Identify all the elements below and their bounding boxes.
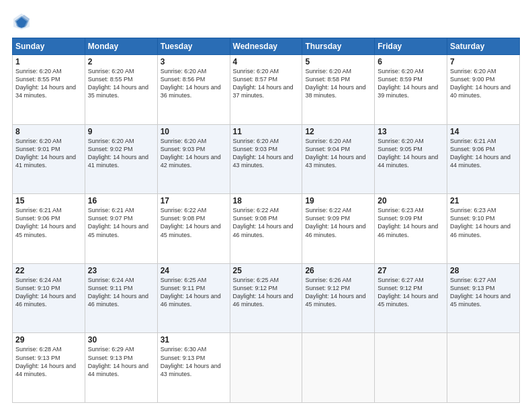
day-header-friday: Friday <box>375 38 447 55</box>
day-number: 20 <box>378 196 444 205</box>
day-info: Sunrise: 6:23 AM Sunset: 9:09 PM Dayligh… <box>378 206 444 239</box>
day-header-tuesday: Tuesday <box>157 38 230 55</box>
day-info: Sunrise: 6:27 AM Sunset: 9:13 PM Dayligh… <box>450 276 517 309</box>
calendar-week-1: 1 Sunrise: 6:20 AM Sunset: 8:55 PM Dayli… <box>13 55 520 125</box>
calendar-cell <box>447 333 520 403</box>
day-info: Sunrise: 6:22 AM Sunset: 9:08 PM Dayligh… <box>233 206 300 239</box>
calendar-cell: 31 Sunrise: 6:30 AM Sunset: 9:13 PM Dayl… <box>157 333 230 403</box>
day-info: Sunrise: 6:20 AM Sunset: 8:58 PM Dayligh… <box>305 67 371 100</box>
day-info: Sunrise: 6:30 AM Sunset: 9:13 PM Dayligh… <box>161 345 227 378</box>
day-number: 13 <box>378 127 444 136</box>
day-number: 7 <box>450 57 517 66</box>
day-number: 26 <box>305 266 371 275</box>
day-number: 29 <box>15 335 82 345</box>
day-number: 24 <box>161 266 227 275</box>
day-number: 16 <box>88 196 154 205</box>
day-number: 28 <box>450 266 517 275</box>
calendar-cell: 5 Sunrise: 6:20 AM Sunset: 8:58 PM Dayli… <box>302 55 375 125</box>
calendar-cell: 2 Sunrise: 6:20 AM Sunset: 8:55 PM Dayli… <box>85 55 157 125</box>
day-number: 12 <box>305 127 371 136</box>
calendar-cell: 18 Sunrise: 6:22 AM Sunset: 9:08 PM Dayl… <box>230 194 302 264</box>
day-number: 19 <box>305 196 371 205</box>
day-header-sunday: Sunday <box>13 38 85 55</box>
day-info: Sunrise: 6:20 AM Sunset: 9:03 PM Dayligh… <box>233 137 300 170</box>
calendar-cell: 29 Sunrise: 6:28 AM Sunset: 9:13 PM Dayl… <box>13 333 85 403</box>
calendar-cell: 20 Sunrise: 6:23 AM Sunset: 9:09 PM Dayl… <box>375 194 447 264</box>
calendar-cell: 17 Sunrise: 6:22 AM Sunset: 9:08 PM Dayl… <box>157 194 230 264</box>
day-info: Sunrise: 6:20 AM Sunset: 9:04 PM Dayligh… <box>305 137 371 170</box>
day-header-monday: Monday <box>85 38 157 55</box>
day-info: Sunrise: 6:20 AM Sunset: 8:55 PM Dayligh… <box>88 67 154 100</box>
day-info: Sunrise: 6:24 AM Sunset: 9:10 PM Dayligh… <box>15 276 82 309</box>
day-info: Sunrise: 6:20 AM Sunset: 8:56 PM Dayligh… <box>161 67 227 100</box>
calendar-week-5: 29 Sunrise: 6:28 AM Sunset: 9:13 PM Dayl… <box>13 333 520 403</box>
day-info: Sunrise: 6:20 AM Sunset: 8:55 PM Dayligh… <box>15 67 82 100</box>
calendar-cell: 12 Sunrise: 6:20 AM Sunset: 9:04 PM Dayl… <box>302 124 375 194</box>
calendar-cell: 13 Sunrise: 6:20 AM Sunset: 9:05 PM Dayl… <box>375 124 447 194</box>
day-header-thursday: Thursday <box>302 38 375 55</box>
day-info: Sunrise: 6:21 AM Sunset: 9:06 PM Dayligh… <box>15 206 82 239</box>
logo-icon <box>12 12 31 31</box>
day-number: 22 <box>15 266 82 275</box>
day-info: Sunrise: 6:20 AM Sunset: 9:01 PM Dayligh… <box>15 137 82 170</box>
calendar-cell: 28 Sunrise: 6:27 AM Sunset: 9:13 PM Dayl… <box>447 263 520 333</box>
calendar-cell: 24 Sunrise: 6:25 AM Sunset: 9:11 PM Dayl… <box>157 263 230 333</box>
day-info: Sunrise: 6:20 AM Sunset: 8:57 PM Dayligh… <box>233 67 300 100</box>
calendar-cell: 15 Sunrise: 6:21 AM Sunset: 9:06 PM Dayl… <box>13 194 85 264</box>
day-info: Sunrise: 6:20 AM Sunset: 9:05 PM Dayligh… <box>378 137 444 170</box>
day-number: 5 <box>305 57 371 66</box>
day-number: 11 <box>233 127 300 136</box>
calendar-cell: 27 Sunrise: 6:27 AM Sunset: 9:12 PM Dayl… <box>375 263 447 333</box>
calendar-cell <box>375 333 447 403</box>
day-number: 9 <box>88 127 154 136</box>
day-header-wednesday: Wednesday <box>230 38 302 55</box>
calendar-week-2: 8 Sunrise: 6:20 AM Sunset: 9:01 PM Dayli… <box>13 124 520 194</box>
logo <box>12 12 34 31</box>
day-info: Sunrise: 6:21 AM Sunset: 9:07 PM Dayligh… <box>88 206 154 239</box>
calendar-cell <box>302 333 375 403</box>
day-number: 14 <box>450 127 517 136</box>
day-number: 23 <box>88 266 154 275</box>
page: SundayMondayTuesdayWednesdayThursdayFrid… <box>0 0 532 411</box>
day-number: 8 <box>15 127 82 136</box>
day-info: Sunrise: 6:23 AM Sunset: 9:10 PM Dayligh… <box>450 206 517 239</box>
day-info: Sunrise: 6:20 AM Sunset: 9:02 PM Dayligh… <box>88 137 154 170</box>
day-number: 30 <box>88 335 154 345</box>
day-number: 25 <box>233 266 300 275</box>
day-info: Sunrise: 6:24 AM Sunset: 9:11 PM Dayligh… <box>88 276 154 309</box>
day-number: 18 <box>233 196 300 205</box>
day-number: 6 <box>378 57 444 66</box>
day-number: 10 <box>161 127 227 136</box>
calendar-cell: 23 Sunrise: 6:24 AM Sunset: 9:11 PM Dayl… <box>85 263 157 333</box>
calendar-cell: 16 Sunrise: 6:21 AM Sunset: 9:07 PM Dayl… <box>85 194 157 264</box>
calendar-cell: 19 Sunrise: 6:22 AM Sunset: 9:09 PM Dayl… <box>302 194 375 264</box>
day-info: Sunrise: 6:20 AM Sunset: 9:03 PM Dayligh… <box>161 137 227 170</box>
calendar-cell: 30 Sunrise: 6:29 AM Sunset: 9:13 PM Dayl… <box>85 333 157 403</box>
day-number: 17 <box>161 196 227 205</box>
calendar-cell: 1 Sunrise: 6:20 AM Sunset: 8:55 PM Dayli… <box>13 55 85 125</box>
calendar-cell: 21 Sunrise: 6:23 AM Sunset: 9:10 PM Dayl… <box>447 194 520 264</box>
calendar-cell: 9 Sunrise: 6:20 AM Sunset: 9:02 PM Dayli… <box>85 124 157 194</box>
day-info: Sunrise: 6:28 AM Sunset: 9:13 PM Dayligh… <box>15 345 82 378</box>
day-number: 15 <box>15 196 82 205</box>
day-info: Sunrise: 6:20 AM Sunset: 9:00 PM Dayligh… <box>450 67 517 100</box>
day-info: Sunrise: 6:22 AM Sunset: 9:09 PM Dayligh… <box>305 206 371 239</box>
calendar-cell <box>230 333 302 403</box>
day-info: Sunrise: 6:25 AM Sunset: 9:12 PM Dayligh… <box>233 276 300 309</box>
header <box>12 12 520 31</box>
calendar-header-row: SundayMondayTuesdayWednesdayThursdayFrid… <box>13 38 520 55</box>
day-info: Sunrise: 6:21 AM Sunset: 9:06 PM Dayligh… <box>450 137 517 170</box>
calendar-cell: 4 Sunrise: 6:20 AM Sunset: 8:57 PM Dayli… <box>230 55 302 125</box>
day-info: Sunrise: 6:29 AM Sunset: 9:13 PM Dayligh… <box>88 345 154 378</box>
calendar-cell: 6 Sunrise: 6:20 AM Sunset: 8:59 PM Dayli… <box>375 55 447 125</box>
day-info: Sunrise: 6:26 AM Sunset: 9:12 PM Dayligh… <box>305 276 371 309</box>
day-number: 21 <box>450 196 517 205</box>
calendar-week-4: 22 Sunrise: 6:24 AM Sunset: 9:10 PM Dayl… <box>13 263 520 333</box>
day-number: 1 <box>15 57 82 66</box>
calendar-cell: 25 Sunrise: 6:25 AM Sunset: 9:12 PM Dayl… <box>230 263 302 333</box>
day-number: 3 <box>161 57 227 66</box>
calendar-cell: 22 Sunrise: 6:24 AM Sunset: 9:10 PM Dayl… <box>13 263 85 333</box>
day-info: Sunrise: 6:20 AM Sunset: 8:59 PM Dayligh… <box>378 67 444 100</box>
day-info: Sunrise: 6:25 AM Sunset: 9:11 PM Dayligh… <box>161 276 227 309</box>
calendar-table: SundayMondayTuesdayWednesdayThursdayFrid… <box>12 38 520 403</box>
